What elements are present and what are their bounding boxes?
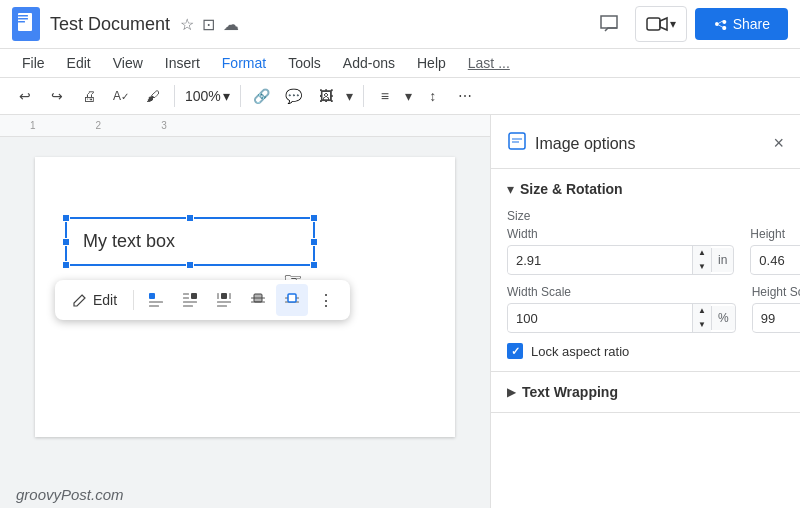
panel-close-button[interactable]: × [773,133,784,154]
svg-rect-10 [183,297,189,299]
text-wrapping-header[interactable]: ▶ Text Wrapping [507,384,784,400]
menu-help[interactable]: Help [407,51,456,75]
doc-page: My text box Edit [35,157,455,437]
spellcheck-button[interactable]: A✓ [106,82,136,110]
width-scale-input-group: ▲ ▼ % [507,303,736,333]
wrap-text-button[interactable] [174,284,206,316]
menu-bar: File Edit View Insert Format Tools Add-o… [0,49,800,78]
svg-rect-13 [221,293,227,299]
image-button[interactable]: 🖼 [311,82,341,110]
handle-tl[interactable] [62,214,70,222]
menu-view[interactable]: View [103,51,153,75]
video-call-button[interactable]: ▾ [635,6,687,42]
width-input[interactable] [508,248,692,273]
star-icon[interactable]: ☆ [180,15,194,34]
size-rotation-title: Size & Rotation [520,181,623,197]
menu-last[interactable]: Last ... [458,51,520,75]
height-group: Height ▲ ▼ in [750,227,800,275]
more-toolbar-button[interactable]: ⋯ [450,82,480,110]
toolbar-sep-1 [174,85,175,107]
size-rotation-chevron: ▾ [507,181,514,197]
handle-ml[interactable] [62,238,70,246]
svg-rect-8 [191,293,197,299]
handle-bl[interactable] [62,261,70,269]
ruler: 1 2 3 [0,115,490,137]
width-unit: in [711,248,733,272]
toolbar-sep-2 [240,85,241,107]
lock-aspect-checkbox[interactable] [507,343,523,359]
size-label: Size [507,209,784,223]
svg-rect-7 [149,305,159,307]
edit-icon [73,293,87,307]
width-up-button[interactable]: ▲ [693,246,711,260]
watermark: groovyPost.com [16,486,124,503]
cloud-icon[interactable]: ☁ [223,15,239,34]
width-label: Width [507,227,734,241]
link-button[interactable]: 🔗 [247,82,277,110]
svg-rect-5 [149,293,155,299]
comment-button[interactable]: 💬 [279,82,309,110]
undo-button[interactable]: ↩ [10,82,40,110]
toolbar: ↩ ↪ 🖨 A✓ 🖌 100% ▾ 🔗 💬 🖼 ▾ ≡ ▾ ↕ ⋯ [0,78,800,115]
height-input[interactable] [751,248,800,273]
comments-button[interactable] [591,6,627,42]
handle-br[interactable] [310,261,318,269]
handle-tr[interactable] [310,214,318,222]
svg-rect-15 [229,293,231,299]
panel-header: Image options × [491,115,800,169]
in-front-button[interactable] [276,284,308,316]
text-box-content: My text box [83,231,175,251]
height-scale-label: Height Scale [752,285,800,299]
width-scale-up-button[interactable]: ▲ [693,304,711,318]
break-text-button[interactable] [208,284,240,316]
menu-file[interactable]: File [12,51,55,75]
svg-rect-20 [254,294,262,302]
zoom-value: 100% [185,88,221,104]
menu-addons[interactable]: Add-ons [333,51,405,75]
width-arrows: ▲ ▼ [692,246,711,274]
panel-icon [507,131,527,156]
image-btn-arrow[interactable]: ▾ [343,82,357,110]
width-scale-input[interactable] [508,306,692,331]
width-down-button[interactable]: ▼ [693,260,711,274]
scale-row: Width Scale ▲ ▼ % Height Scale [507,285,784,333]
float-sep [133,290,134,310]
redo-button[interactable]: ↪ [42,82,72,110]
print-button[interactable]: 🖨 [74,82,104,110]
height-scale-input[interactable] [753,306,800,331]
video-btn-arrow: ▾ [670,17,676,31]
handle-mr[interactable] [310,238,318,246]
width-input-group: ▲ ▼ in [507,245,734,275]
handle-bc[interactable] [186,261,194,269]
edit-button[interactable]: Edit [63,286,127,314]
svg-rect-23 [288,294,296,302]
svg-rect-4 [647,18,660,30]
folder-icon[interactable]: ⊡ [202,15,215,34]
line-spacing-button[interactable]: ↕ [418,82,448,110]
top-right-actions: ▾ Share [591,6,788,42]
menu-format[interactable]: Format [212,51,276,75]
align-button[interactable]: ≡ [370,82,400,110]
handle-tc[interactable] [186,214,194,222]
size-rotation-header[interactable]: ▾ Size & Rotation [507,181,784,197]
wrap-inline-button[interactable] [140,284,172,316]
paint-format-button[interactable]: 🖌 [138,82,168,110]
menu-tools[interactable]: Tools [278,51,331,75]
text-wrapping-section: ▶ Text Wrapping [491,372,800,413]
menu-insert[interactable]: Insert [155,51,210,75]
menu-edit[interactable]: Edit [57,51,101,75]
svg-rect-17 [217,305,227,307]
app-icon [12,7,40,41]
width-scale-down-button[interactable]: ▼ [693,318,711,332]
share-button[interactable]: Share [695,8,788,40]
behind-text-button[interactable] [242,284,274,316]
zoom-selector[interactable]: 100% ▾ [181,86,234,106]
title-icons: ☆ ⊡ ☁ [180,15,239,34]
text-box[interactable]: My text box [65,217,315,266]
text-box-wrapper: My text box Edit [65,217,315,266]
height-scale-input-group: ▲ ▼ % [752,303,800,333]
align-arrow[interactable]: ▾ [402,82,416,110]
top-bar: Test Document ☆ ⊡ ☁ ▾ Share [0,0,800,49]
more-options-button[interactable]: ⋮ [310,284,342,316]
doc-title: Test Document [50,14,170,35]
